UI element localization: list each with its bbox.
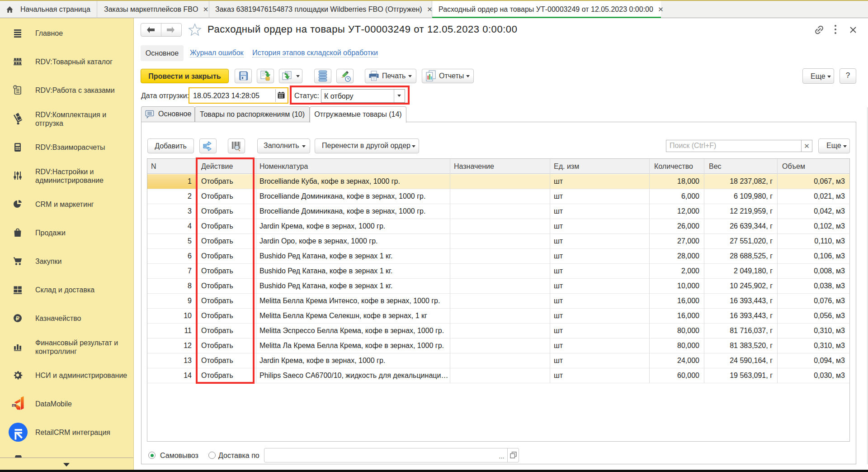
svg-text:m: m [12,402,16,408]
svg-text:₽: ₽ [16,315,20,322]
